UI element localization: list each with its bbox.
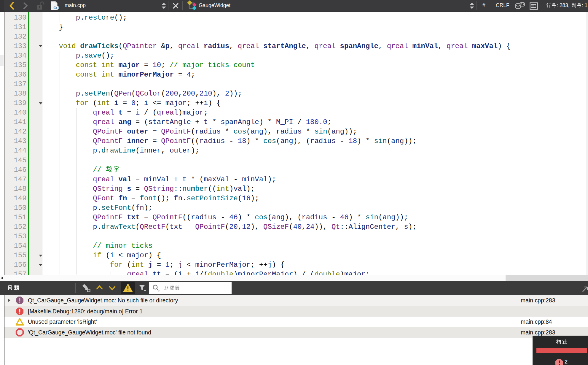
svg-text:++: ++ [56,6,59,9]
